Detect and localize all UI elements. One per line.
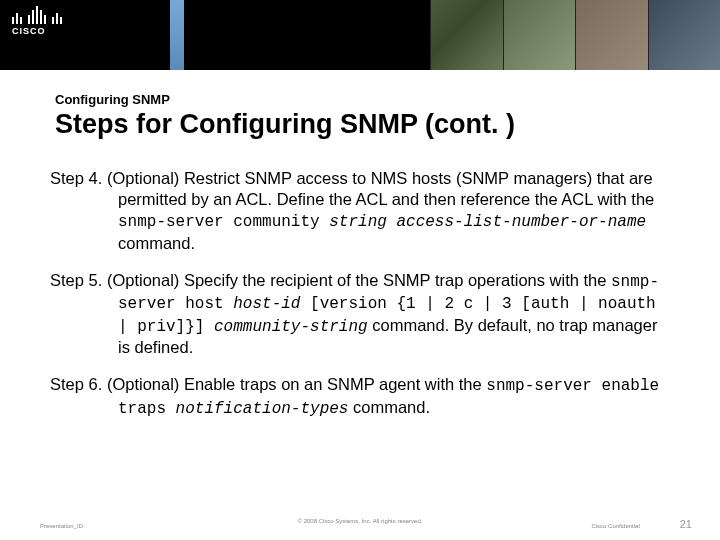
photo-strip [430,0,720,70]
cisco-logo: CISCO [12,6,62,36]
step-6-lead: Step 6. [50,375,102,393]
photo-4 [648,0,721,70]
step-5-lead: Step 5. [50,271,102,289]
photo-1 [430,0,503,70]
step-5-code-1i: host-id [233,295,300,313]
step-4-code-1: snmp-server community [118,213,320,231]
logo-text: CISCO [12,26,62,36]
step-6-text-b: command. [348,398,430,416]
logo-bars-icon [12,6,62,24]
step-4-code-2: string access-list-number-or-name [320,213,646,231]
top-bar: CISCO [0,0,720,70]
step-6: Step 6. (Optional) Enable traps on an SN… [50,374,670,419]
photo-3 [575,0,648,70]
content-area: Step 4. (Optional) Restrict SNMP access … [0,150,720,419]
section-label: Configuring SNMP [55,92,675,107]
step-4-text-b: command. [118,234,195,252]
step-5: Step 5. (Optional) Specify the recipient… [50,270,670,359]
page-number: 21 [680,518,692,530]
step-6-text-a: (Optional) Enable traps on an SNMP agent… [107,375,486,393]
step-4-text-a: (Optional) Restrict SNMP access to NMS h… [107,169,654,208]
accent-stripe [170,0,184,70]
step-4-lead: Step 4. [50,169,102,187]
slide-title: Steps for Configuring SNMP (cont. ) [55,109,675,140]
step-5-text-a: (Optional) Specify the recipient of the … [107,271,611,289]
step-4: Step 4. (Optional) Restrict SNMP access … [50,168,670,254]
photo-2 [503,0,576,70]
footer-left: Presentation_ID [40,523,83,529]
step-6-code-1i: notification-types [176,400,349,418]
footer-center: © 2008 Cisco Systems, Inc. All rights re… [298,518,423,524]
footer-confidential: Cisco Confidential [591,523,639,529]
header-block: Configuring SNMP Steps for Configuring S… [0,70,720,150]
footer: Presentation_ID © 2008 Cisco Systems, In… [0,518,720,530]
step-5-code-2i: community-string [214,318,368,336]
